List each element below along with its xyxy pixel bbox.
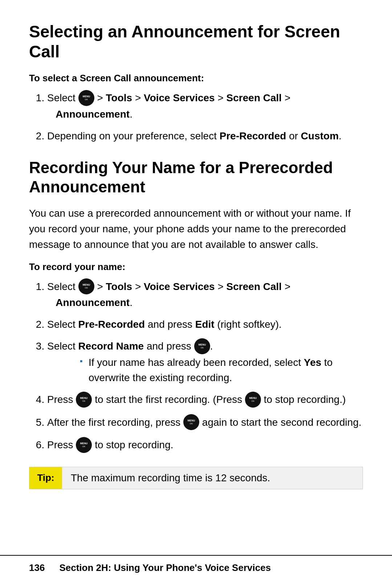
menu-icon-4: MENU OK <box>76 392 92 408</box>
svg-text:MENU: MENU <box>80 397 88 399</box>
section2-step6: Press MENU OK to stop recording. <box>47 437 363 454</box>
svg-point-18 <box>79 440 89 450</box>
s2-step3-bold: Record Name <box>78 340 144 352</box>
svg-text:OK: OK <box>82 400 86 402</box>
section2-step1: Select MENU OK > Tools > Voice Services … <box>47 279 363 311</box>
s2-step3-end: . <box>210 340 213 352</box>
menu-icon-1: MENU OK <box>78 90 94 106</box>
step2-bold2: Custom <box>301 130 339 142</box>
s2-step2-bold2: Edit <box>195 319 215 330</box>
section2-steps: Select MENU OK > Tools > Voice Services … <box>47 279 363 454</box>
step3-bullet-item: If your name has already been recorded, … <box>80 355 363 385</box>
section1-step2: Depending on your preference, select Pre… <box>47 128 363 144</box>
title1: Selecting an Announcement for Screen Cal… <box>29 22 363 62</box>
svg-point-15 <box>187 417 196 427</box>
section1-label: To select a Screen Call announcement: <box>29 73 363 84</box>
svg-text:MENU: MENU <box>82 95 90 98</box>
svg-text:MENU: MENU <box>80 442 88 445</box>
section2-step2: Select Pre-Recorded and press Edit (righ… <box>47 317 363 332</box>
svg-text:OK: OK <box>252 400 255 402</box>
svg-text:MENU: MENU <box>188 419 195 422</box>
section1-steps: Select MENU OK > Tools > Voice Services … <box>47 90 363 144</box>
step2-mid: or <box>286 130 301 142</box>
step1-pre: Select <box>47 92 75 103</box>
step3-bullets: If your name has already been recorded, … <box>80 355 363 385</box>
svg-text:MENU: MENU <box>82 283 90 286</box>
svg-point-9 <box>79 395 89 404</box>
s2-step6-pre: Press <box>47 439 73 450</box>
section2-step4: Press MENU OK to start the first recordi… <box>47 392 363 408</box>
section2-step5: After the first recording, press MENU OK… <box>47 415 363 431</box>
section2-label: To record your name: <box>29 261 363 273</box>
s2-step1-pre: Select <box>47 281 75 292</box>
step2-pre: Depending on your preference, select <box>47 130 220 142</box>
s2-step2-mid: and press <box>145 319 195 330</box>
svg-point-3 <box>82 282 91 291</box>
menu-icon-5: MENU OK <box>245 392 261 408</box>
svg-point-6 <box>197 342 207 351</box>
svg-text:OK: OK <box>190 422 193 425</box>
s2-step2-bold1: Pre-Recorded <box>78 319 145 330</box>
menu-icon-7: MENU OK <box>76 437 92 453</box>
svg-text:MENU: MENU <box>249 397 257 399</box>
section2-body: You can use a prerecorded announcement w… <box>29 205 363 253</box>
s2-step4-mid: to start the first recording. (Press <box>95 394 242 405</box>
svg-text:OK: OK <box>85 98 88 101</box>
footer-section: Section 2H: Using Your Phone's Voice Ser… <box>59 562 271 573</box>
page-content: Selecting an Announcement for Screen Cal… <box>0 0 392 536</box>
step2-bold1: Pre-Recorded <box>220 130 286 142</box>
svg-point-12 <box>248 395 258 404</box>
s2-step3-pre: Select <box>47 340 78 352</box>
s2-step5-pre: After the first recording, press <box>47 417 180 428</box>
bullet-bold: Yes <box>304 357 321 368</box>
s2-step4-pre: Press <box>47 394 73 405</box>
tip-content: The maximum recording time is 12 seconds… <box>62 467 363 489</box>
s2-step2-end: (right softkey). <box>215 319 282 330</box>
s2-step5-mid: again to start the second recording. <box>202 417 362 428</box>
svg-text:OK: OK <box>200 347 204 349</box>
section2-step3: Select Record Name and press MENU OK . I… <box>47 339 363 385</box>
s2-step4-end: to stop recording.) <box>264 394 346 405</box>
menu-icon-6: MENU OK <box>183 414 199 430</box>
page-footer: 136 Section 2H: Using Your Phone's Voice… <box>0 555 392 573</box>
section1-step1: Select MENU OK > Tools > Voice Services … <box>47 90 363 122</box>
svg-text:MENU: MENU <box>198 343 206 346</box>
svg-text:OK: OK <box>85 287 88 289</box>
section1-block: Selecting an Announcement for Screen Cal… <box>29 22 363 144</box>
title2: Recording Your Name for a Prerecorded An… <box>29 158 363 197</box>
menu-icon-2: MENU OK <box>78 278 94 294</box>
s2-step6-end: to stop recording. <box>95 439 173 450</box>
menu-icon-3: MENU OK <box>194 338 210 354</box>
step2-end: . <box>339 130 342 142</box>
footer-page: 136 <box>29 562 45 573</box>
s2-step3-mid: and press <box>144 340 191 352</box>
tip-label: Tip: <box>29 467 62 489</box>
svg-point-0 <box>82 93 91 103</box>
s2-step2-pre: Select <box>47 319 78 330</box>
tip-box: Tip: The maximum recording time is 12 se… <box>29 467 363 489</box>
svg-text:OK: OK <box>82 445 86 448</box>
bullet-pre: If your name has already been recorded, … <box>89 357 304 368</box>
section2-block: Recording Your Name for a Prerecorded An… <box>29 158 363 489</box>
